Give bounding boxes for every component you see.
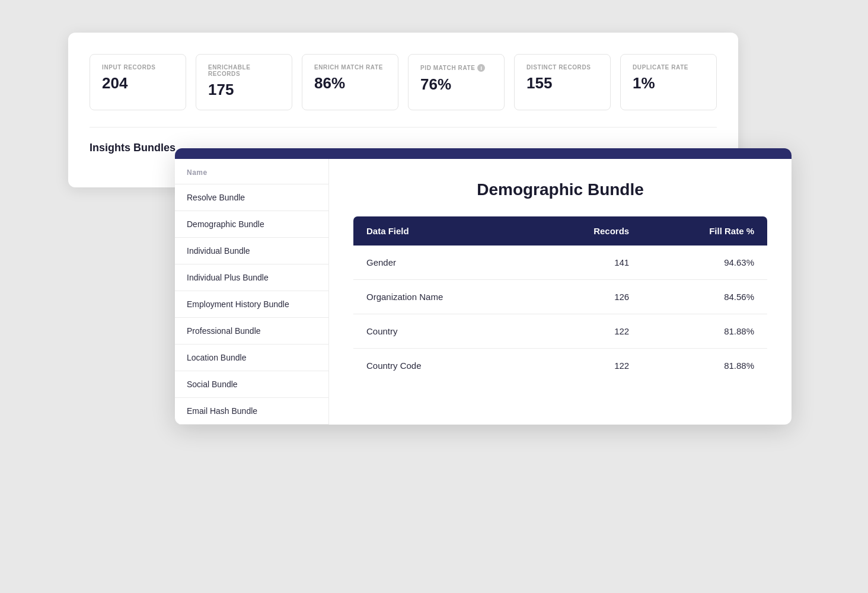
sidebar-item[interactable]: Employment History Bundle xyxy=(175,291,328,318)
metric-value: 155 xyxy=(526,74,598,93)
metric-value: 76% xyxy=(420,75,492,94)
table-row: Country Code12281.88% xyxy=(353,349,768,383)
sidebar-item[interactable]: Demographic Bundle xyxy=(175,211,328,238)
table-head: Data FieldRecordsFill Rate % xyxy=(353,216,768,246)
metric-label: PID MATCH RATEi xyxy=(420,64,492,72)
sidebar-item[interactable]: Email Hash Bundle xyxy=(175,398,328,425)
metric-label: DUPLICATE RATE xyxy=(633,64,704,71)
table-cell-field: Gender xyxy=(353,246,534,280)
scene: INPUT RECORDS204ENRICHABLE RECORDS175ENR… xyxy=(0,0,868,593)
sidebar-item[interactable]: Individual Plus Bundle xyxy=(175,264,328,291)
main-content: Demographic Bundle Data FieldRecordsFill… xyxy=(329,159,792,425)
metric-card: DISTINCT RECORDS155 xyxy=(514,54,611,110)
table-cell-records: 141 xyxy=(534,246,643,280)
table-cell-fillrate: 81.88% xyxy=(642,314,767,349)
front-card: Name Resolve BundleDemographic BundleInd… xyxy=(175,148,792,425)
sidebar-item[interactable]: Location Bundle xyxy=(175,345,328,371)
table-header-row: Data FieldRecordsFill Rate % xyxy=(353,216,768,246)
table-cell-records: 122 xyxy=(534,314,643,349)
metric-card: ENRICH MATCH RATE86% xyxy=(302,54,398,110)
sidebar-item[interactable]: Professional Bundle xyxy=(175,318,328,345)
metrics-row: INPUT RECORDS204ENRICHABLE RECORDS175ENR… xyxy=(90,54,717,110)
table-row: Country12281.88% xyxy=(353,314,768,349)
divider xyxy=(90,127,717,127)
table-cell-field: Country Code xyxy=(353,349,534,383)
table-cell-fillrate: 84.56% xyxy=(642,280,767,314)
metric-value: 86% xyxy=(314,74,386,93)
table-row: Gender14194.63% xyxy=(353,246,768,280)
table-header-cell: Fill Rate % xyxy=(642,216,767,246)
metric-card: PID MATCH RATEi76% xyxy=(408,54,505,110)
sidebar-item[interactable]: Individual Bundle xyxy=(175,238,328,264)
metric-value: 204 xyxy=(102,74,174,93)
metric-label: ENRICH MATCH RATE xyxy=(314,64,386,71)
metric-value: 175 xyxy=(208,81,280,99)
table-header-cell: Data Field xyxy=(353,216,534,246)
front-card-body: Name Resolve BundleDemographic BundleInd… xyxy=(175,159,792,425)
table-cell-field: Country xyxy=(353,314,534,349)
metric-label: INPUT RECORDS xyxy=(102,64,174,71)
table-row: Organization Name12684.56% xyxy=(353,280,768,314)
info-icon: i xyxy=(477,64,485,72)
sidebar-item[interactable]: Resolve Bundle xyxy=(175,184,328,211)
table-cell-fillrate: 81.88% xyxy=(642,349,767,383)
metric-card: INPUT RECORDS204 xyxy=(90,54,186,110)
bundle-title: Demographic Bundle xyxy=(353,180,768,199)
table-cell-field: Organization Name xyxy=(353,280,534,314)
metric-card: DUPLICATE RATE1% xyxy=(620,54,717,110)
table-cell-records: 126 xyxy=(534,280,643,314)
front-card-header xyxy=(175,148,792,159)
sidebar-header: Name xyxy=(175,159,328,184)
table-header-cell: Records xyxy=(534,216,643,246)
metric-label: ENRICHABLE RECORDS xyxy=(208,64,280,77)
data-table: Data FieldRecordsFill Rate % Gender14194… xyxy=(353,216,768,383)
table-body: Gender14194.63%Organization Name12684.56… xyxy=(353,246,768,383)
table-cell-records: 122 xyxy=(534,349,643,383)
metric-value: 1% xyxy=(633,74,704,93)
sidebar: Name Resolve BundleDemographic BundleInd… xyxy=(175,159,329,425)
metric-label: DISTINCT RECORDS xyxy=(526,64,598,71)
table-cell-fillrate: 94.63% xyxy=(642,246,767,280)
sidebar-item[interactable]: Social Bundle xyxy=(175,371,328,398)
metric-card: ENRICHABLE RECORDS175 xyxy=(196,54,292,110)
